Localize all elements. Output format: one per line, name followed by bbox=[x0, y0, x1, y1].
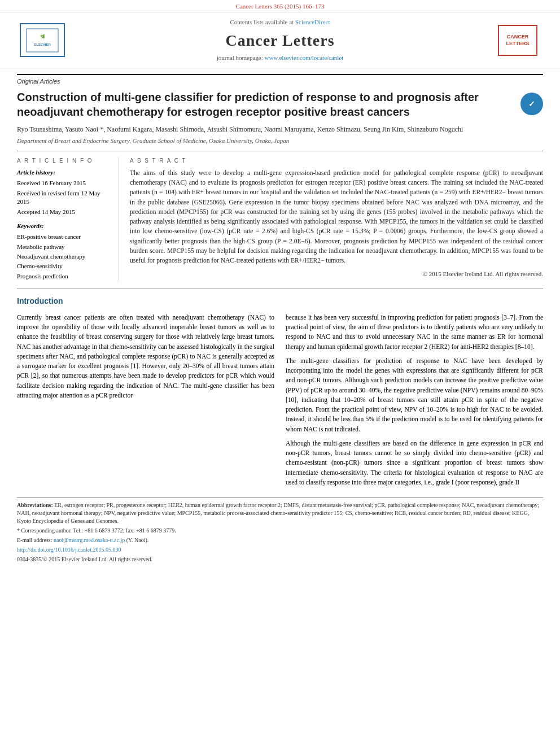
abstract-text: The aims of this study were to develop a… bbox=[130, 168, 543, 266]
article-info-title: A R T I C L E I N F O bbox=[17, 157, 112, 165]
journal-logo-box: CANCER LETTERS bbox=[498, 25, 537, 56]
article-title-row: Construction of multi-gene classifier fo… bbox=[17, 90, 543, 119]
accepted-date: Accepted 14 May 2015 bbox=[17, 208, 112, 216]
top-bar: Cancer Letters 365 (2015) 166–173 bbox=[0, 0, 560, 12]
issn-footnote: 0304-3835/© 2015 Elsevier Ireland Ltd. A… bbox=[17, 556, 543, 563]
introduction-heading: Introduction bbox=[17, 296, 543, 307]
doi-link[interactable]: http://dx.doi.org/10.1016/j.canlet.2015.… bbox=[17, 547, 121, 553]
corresponding-label: * Corresponding author. bbox=[17, 527, 72, 534]
journal-reference: Cancer Letters 365 (2015) 166–173 bbox=[235, 3, 324, 10]
keywords-label: Keywords: bbox=[17, 222, 112, 230]
svg-text:✓: ✓ bbox=[528, 99, 535, 108]
tel-fax: Tel.: +81 6 6879 3772; fax: +81 6 6879 3… bbox=[73, 527, 176, 534]
journal-logo-right: CANCER LETTERS bbox=[492, 25, 543, 56]
abbreviations-text: ER, estrogen receptor; PR, progesterone … bbox=[17, 502, 539, 524]
article-body: A R T I C L E I N F O Article history: R… bbox=[17, 151, 543, 282]
keyword-3: Neoadjuvant chemotherapy bbox=[17, 252, 112, 261]
revised-date: Received in revised form 12 May 2015 bbox=[17, 189, 112, 207]
article-title-text: Construction of multi-gene classifier fo… bbox=[17, 90, 520, 119]
footnote-section: Abbreviations: ER, estrogen receptor; PR… bbox=[17, 497, 543, 563]
right-column: because it has been very successful in i… bbox=[286, 313, 543, 492]
homepage-url[interactable]: www.elsevier.com/locate/canlet bbox=[265, 54, 344, 61]
keywords-section: Keywords: ER-positive breast cancer Meta… bbox=[17, 222, 112, 281]
abbreviations-footnote: Abbreviations: ER, estrogen receptor; PR… bbox=[17, 501, 543, 525]
keyword-5: Prognosis prediction bbox=[17, 272, 112, 281]
abstract-section: A B S T R A C T The aims of this study w… bbox=[130, 157, 543, 282]
crossmark-badge: ✓ bbox=[520, 93, 543, 115]
doi-footnote: http://dx.doi.org/10.1016/j.canlet.2015.… bbox=[17, 546, 543, 554]
elsevier-logo: 🌿 ELSEVIER bbox=[17, 23, 68, 57]
history-label: Article history: bbox=[17, 168, 112, 177]
abbreviations-label: Abbreviations: bbox=[17, 502, 53, 508]
journal-title: Cancer Letters bbox=[68, 29, 492, 51]
keyword-4: Chemo-sensitivity bbox=[17, 262, 112, 270]
email-note: (Y. Naoi). bbox=[126, 537, 149, 543]
intro-paragraph-4: Although the multi-gene classifiers are … bbox=[286, 439, 543, 487]
authors: Ryo Tsunashima, Yasuto Naoi *, Naofumi K… bbox=[17, 125, 543, 134]
two-column-body: Currently breast cancer patients are oft… bbox=[17, 313, 543, 492]
abstract-title: A B S T R A C T bbox=[130, 157, 543, 165]
svg-text:🌿: 🌿 bbox=[40, 34, 45, 39]
copyright-notice: © 2015 Elsevier Ireland Ltd. All rights … bbox=[130, 270, 543, 278]
keyword-2: Metabolic pathway bbox=[17, 243, 112, 251]
intro-paragraph-1: Currently breast cancer patients are oft… bbox=[17, 313, 274, 400]
article-info-column: A R T I C L E I N F O Article history: R… bbox=[17, 157, 119, 282]
section-label: Original Articles bbox=[17, 74, 543, 86]
left-column: Currently breast cancer patients are oft… bbox=[17, 313, 274, 492]
svg-text:ELSEVIER: ELSEVIER bbox=[34, 43, 51, 46]
email-label: E-mail address: bbox=[17, 537, 52, 543]
svg-rect-0 bbox=[27, 29, 58, 52]
intro-paragraph-2: because it has been very successful in i… bbox=[286, 313, 543, 352]
intro-paragraph-3: The multi-gene classifiers for predictio… bbox=[286, 356, 543, 434]
header-section: 🌿 ELSEVIER Contents lists available at S… bbox=[0, 12, 560, 68]
main-content: Original Articles Construction of multi-… bbox=[0, 68, 560, 571]
section-divider bbox=[17, 289, 543, 289]
corresponding-author-footnote: * Corresponding author. Tel.: +81 6 6879… bbox=[17, 527, 543, 535]
homepage-link: journal homepage: www.elsevier.com/locat… bbox=[68, 54, 492, 62]
email-link[interactable]: naoi@msurg.med.osaka-u.ac.jp bbox=[54, 537, 125, 543]
keyword-1: ER-positive breast cancer bbox=[17, 233, 112, 241]
email-footnote: E-mail address: naoi@msurg.med.osaka-u.a… bbox=[17, 536, 543, 544]
received-date: Received 16 February 2015 bbox=[17, 179, 112, 187]
header-center: Contents lists available at ScienceDirec… bbox=[68, 18, 492, 62]
contents-available: Contents lists available at ScienceDirec… bbox=[68, 18, 492, 27]
sciencedirect-link[interactable]: ScienceDirect bbox=[295, 19, 330, 25]
affiliation: Department of Breast and Endocrine Surge… bbox=[17, 137, 543, 145]
elsevier-logo-box: 🌿 ELSEVIER bbox=[20, 23, 65, 57]
journal-logo-text: CANCER LETTERS bbox=[501, 33, 534, 47]
